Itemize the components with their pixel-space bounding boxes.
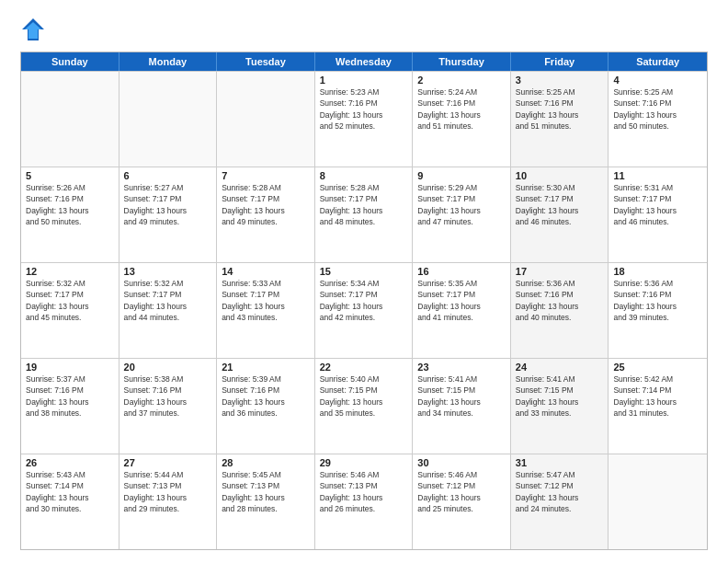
day-cell-1: 1Sunrise: 5:23 AMSunset: 7:16 PMDaylight…: [315, 72, 414, 167]
day-cell-8: 8Sunrise: 5:28 AMSunset: 7:17 PMDaylight…: [315, 167, 414, 262]
day-number: 16: [417, 266, 506, 277]
day-number: 1: [320, 75, 408, 86]
day-number: 9: [417, 170, 506, 181]
cell-info-line: Daylight: 13 hours: [320, 493, 408, 503]
cell-info-line: and 33 minutes.: [516, 408, 604, 419]
cell-info-line: Sunset: 7:17 PM: [26, 290, 114, 300]
day-number: 8: [320, 170, 408, 181]
cell-info-line: and 26 minutes.: [320, 504, 408, 514]
cell-info-line: Sunrise: 5:44 AM: [124, 470, 212, 480]
cell-info-line: Sunset: 7:13 PM: [124, 481, 212, 491]
empty-cell: [609, 454, 707, 549]
cell-info-line: Sunset: 7:16 PM: [417, 98, 506, 109]
cell-info-line: and 25 minutes.: [417, 504, 506, 514]
cell-info-line: and 47 minutes.: [417, 217, 506, 227]
cell-info-line: Sunset: 7:16 PM: [613, 290, 702, 300]
day-number: 19: [26, 362, 114, 373]
day-number: 18: [613, 266, 702, 277]
day-cell-14: 14Sunrise: 5:33 AMSunset: 7:17 PMDayligh…: [217, 263, 315, 358]
day-cell-12: 12Sunrise: 5:32 AMSunset: 7:17 PMDayligh…: [21, 263, 119, 358]
cell-info-line: Daylight: 13 hours: [613, 397, 702, 408]
day-cell-18: 18Sunrise: 5:36 AMSunset: 7:16 PMDayligh…: [609, 263, 707, 358]
day-cell-16: 16Sunrise: 5:35 AMSunset: 7:17 PMDayligh…: [413, 263, 511, 358]
day-cell-15: 15Sunrise: 5:34 AMSunset: 7:17 PMDayligh…: [315, 263, 414, 358]
calendar-header-sunday: Sunday: [21, 52, 119, 71]
cell-info-line: Sunrise: 5:25 AM: [516, 87, 604, 98]
cell-info-line: and 38 minutes.: [26, 408, 114, 419]
cell-info-line: Daylight: 13 hours: [516, 206, 604, 216]
cell-info-line: Daylight: 13 hours: [417, 397, 506, 408]
cell-info-line: Sunrise: 5:37 AM: [26, 374, 114, 385]
cell-info-line: Daylight: 13 hours: [124, 302, 212, 312]
cell-info-line: Sunset: 7:16 PM: [613, 98, 702, 109]
day-cell-13: 13Sunrise: 5:32 AMSunset: 7:17 PMDayligh…: [119, 263, 218, 358]
day-number: 31: [516, 457, 604, 468]
day-number: 23: [417, 362, 506, 373]
day-number: 11: [613, 170, 702, 181]
cell-info-line: and 40 minutes.: [516, 313, 604, 323]
cell-info-line: Sunrise: 5:46 AM: [320, 470, 408, 480]
cell-info-line: Sunrise: 5:28 AM: [320, 183, 408, 193]
cell-info-line: Sunset: 7:14 PM: [26, 481, 114, 491]
cell-info-line: Daylight: 13 hours: [124, 493, 212, 503]
day-cell-27: 27Sunrise: 5:44 AMSunset: 7:13 PMDayligh…: [119, 454, 218, 549]
cell-info-line: Sunrise: 5:27 AM: [124, 183, 212, 193]
cell-info-line: Daylight: 13 hours: [26, 493, 114, 503]
cell-info-line: and 44 minutes.: [124, 313, 212, 323]
calendar-header-saturday: Saturday: [609, 52, 707, 71]
calendar-row-2: 12Sunrise: 5:32 AMSunset: 7:17 PMDayligh…: [21, 262, 707, 358]
day-cell-20: 20Sunrise: 5:38 AMSunset: 7:16 PMDayligh…: [119, 359, 218, 454]
cell-info-line: Daylight: 13 hours: [124, 206, 212, 216]
calendar-header-friday: Friday: [511, 52, 609, 71]
cell-info-line: Daylight: 13 hours: [26, 206, 114, 216]
day-cell-26: 26Sunrise: 5:43 AMSunset: 7:14 PMDayligh…: [21, 454, 119, 549]
cell-info-line: Daylight: 13 hours: [516, 493, 604, 503]
cell-info-line: Sunset: 7:17 PM: [222, 290, 310, 300]
day-cell-7: 7Sunrise: 5:28 AMSunset: 7:17 PMDaylight…: [217, 167, 315, 262]
cell-info-line: Sunrise: 5:24 AM: [417, 87, 506, 98]
day-cell-21: 21Sunrise: 5:39 AMSunset: 7:16 PMDayligh…: [217, 359, 315, 454]
cell-info-line: and 42 minutes.: [320, 313, 408, 323]
cell-info-line: Sunset: 7:16 PM: [516, 98, 604, 109]
cell-info-line: Sunset: 7:17 PM: [417, 290, 506, 300]
cell-info-line: and 51 minutes.: [417, 121, 506, 132]
calendar-header-row: SundayMondayTuesdayWednesdayThursdayFrid…: [21, 52, 707, 71]
cell-info-line: and 29 minutes.: [124, 504, 212, 514]
day-cell-23: 23Sunrise: 5:41 AMSunset: 7:15 PMDayligh…: [413, 359, 511, 454]
cell-info-line: Sunset: 7:17 PM: [320, 290, 408, 300]
cell-info-line: Sunset: 7:16 PM: [26, 385, 114, 396]
cell-info-line: Sunrise: 5:32 AM: [26, 279, 114, 289]
day-cell-11: 11Sunrise: 5:31 AMSunset: 7:17 PMDayligh…: [609, 167, 707, 262]
day-number: 29: [320, 457, 408, 468]
cell-info-line: and 28 minutes.: [222, 504, 310, 514]
cell-info-line: and 43 minutes.: [222, 313, 310, 323]
cell-info-line: Sunset: 7:17 PM: [516, 194, 604, 204]
calendar-row-1: 5Sunrise: 5:26 AMSunset: 7:16 PMDaylight…: [21, 167, 707, 262]
day-cell-22: 22Sunrise: 5:40 AMSunset: 7:15 PMDayligh…: [315, 359, 414, 454]
page: SundayMondayTuesdayWednesdayThursdayFrid…: [0, 0, 728, 563]
cell-info-line: and 49 minutes.: [222, 217, 310, 227]
day-cell-6: 6Sunrise: 5:27 AMSunset: 7:17 PMDaylight…: [119, 167, 218, 262]
cell-info-line: and 37 minutes.: [124, 408, 212, 419]
day-cell-30: 30Sunrise: 5:46 AMSunset: 7:12 PMDayligh…: [413, 454, 511, 549]
cell-info-line: Sunset: 7:16 PM: [516, 290, 604, 300]
calendar-header-tuesday: Tuesday: [217, 52, 315, 71]
cell-info-line: Sunset: 7:17 PM: [124, 290, 212, 300]
cell-info-line: Sunrise: 5:38 AM: [124, 374, 212, 385]
day-cell-5: 5Sunrise: 5:26 AMSunset: 7:16 PMDaylight…: [21, 167, 119, 262]
cell-info-line: Daylight: 13 hours: [320, 302, 408, 312]
cell-info-line: Daylight: 13 hours: [417, 110, 506, 121]
cell-info-line: Sunrise: 5:35 AM: [417, 279, 506, 289]
day-number: 12: [26, 266, 114, 277]
day-number: 15: [320, 266, 408, 277]
cell-info-line: Sunrise: 5:28 AM: [222, 183, 310, 193]
cell-info-line: Daylight: 13 hours: [613, 110, 702, 121]
day-number: 20: [124, 362, 212, 373]
calendar-header-wednesday: Wednesday: [315, 52, 414, 71]
day-cell-17: 17Sunrise: 5:36 AMSunset: 7:16 PMDayligh…: [511, 263, 609, 358]
empty-cell: [21, 72, 119, 167]
day-cell-24: 24Sunrise: 5:41 AMSunset: 7:15 PMDayligh…: [511, 359, 609, 454]
cell-info-line: and 52 minutes.: [320, 121, 408, 132]
day-number: 27: [124, 457, 212, 468]
day-cell-3: 3Sunrise: 5:25 AMSunset: 7:16 PMDaylight…: [511, 72, 609, 167]
